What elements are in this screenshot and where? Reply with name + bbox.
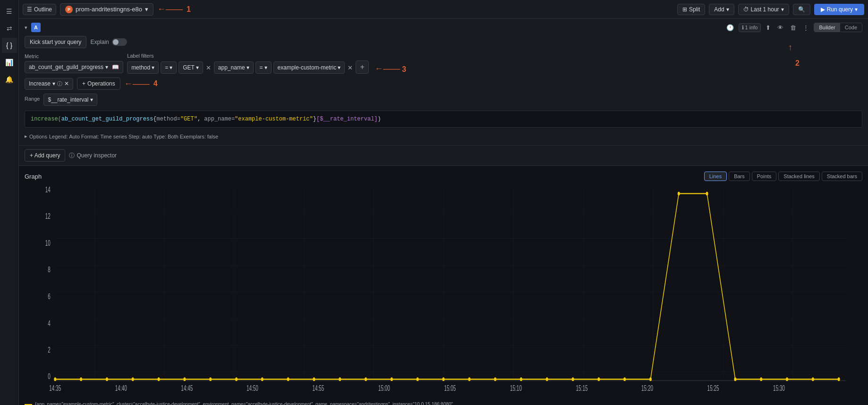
expr-range: [$__rate_interval] [316, 116, 378, 122]
svg-text:6: 6 [48, 292, 51, 301]
filter2-op[interactable]: = ▾ [255, 61, 272, 74]
range-selector[interactable]: $__rate_interval ▾ [43, 94, 97, 106]
split-label: Split [689, 6, 700, 13]
arrow-annotation-4: ←—— [124, 79, 150, 89]
sidebar-menu-icon[interactable]: ☰ [2, 4, 17, 19]
expr-comma-1: , [197, 116, 204, 122]
sidebar-alert-icon[interactable]: 🔔 [2, 72, 17, 87]
metric-chevron: ▾ [105, 64, 108, 70]
metric-selector[interactable]: ab_count_get_guild_progress ▾ 📖 [25, 61, 123, 73]
svg-text:4: 4 [48, 319, 51, 328]
sidebar-arrow-icon[interactable]: ⇄ [2, 21, 17, 36]
svg-text:14: 14 [45, 185, 51, 194]
collapse-button[interactable]: ▾ [25, 25, 27, 31]
options-label: Options [29, 134, 47, 139]
filter1-val-chevron: ▾ [196, 64, 199, 71]
graph-stacked-bars-button[interactable]: Stacked bars [822, 172, 862, 181]
explain-toggle[interactable] [112, 38, 127, 46]
zoom-button[interactable]: 🔍 [793, 4, 810, 15]
graph-area: Graph Lines Bars Points Stacked lines St… [19, 166, 868, 405]
legend-area: {app_name="example-custom-metric", clust… [25, 402, 862, 405]
outline-button[interactable]: ☰ Outline [23, 4, 56, 15]
filter2-remove-button[interactable]: ✕ [347, 63, 354, 72]
bottom-toolbar: + Add query ⓘ Query inspector [19, 146, 868, 166]
query-header: ▾ A ↑ 2 🕐 ℹ 1 info ⬆ 👁 🗑 ⋮ [25, 23, 862, 32]
filter1-key[interactable]: method ▾ [127, 61, 159, 74]
split-button[interactable]: ⊞ Split [677, 4, 705, 15]
svg-text:15:25: 15:25 [707, 384, 719, 393]
graph-svg: 14 12 10 8 6 4 2 0 14:35 14:40 14:45 14:… [25, 185, 862, 398]
filter2-val[interactable]: example-custom-metric ▾ [273, 61, 345, 74]
svg-text:14:55: 14:55 [312, 384, 324, 393]
graph-lines-button[interactable]: Lines [704, 172, 727, 181]
share-button[interactable]: ⬆ [764, 23, 773, 32]
add-button[interactable]: Add ▾ [709, 4, 734, 15]
operation-info-icon[interactable]: ⓘ [57, 80, 62, 87]
operation-remove[interactable]: ✕ [64, 80, 69, 87]
filter1-val[interactable]: GET ▾ [179, 61, 203, 74]
svg-text:8: 8 [48, 266, 51, 274]
range-value: $__rate_interval [48, 96, 88, 103]
filter-chip-2: app_name ▾ = ▾ example-custom-metric ▾ [214, 61, 354, 74]
svg-text:2: 2 [48, 346, 51, 354]
info-icon: ℹ [742, 25, 744, 31]
topbar: ☰ Outline P prom-andritestingns-e8o ▾ ←—… [19, 0, 868, 19]
add-label: Add [714, 6, 724, 13]
run-query-button[interactable]: ▶ Run query ▾ [814, 4, 864, 15]
graph-container: 14 12 10 8 6 4 2 0 14:35 14:40 14:45 14:… [25, 185, 862, 398]
expr-func: increase( [31, 116, 61, 122]
range-chevron: ▾ [90, 96, 93, 103]
expr-metric: ab_count_get_guild_progress [61, 116, 153, 122]
svg-text:15:00: 15:00 [378, 384, 390, 393]
graph-bars-button[interactable]: Bars [729, 172, 750, 181]
time-range-label: Last 1 hour [751, 6, 779, 13]
svg-text:15:30: 15:30 [773, 384, 785, 393]
arrow-annotation-3: ←—— [374, 64, 400, 74]
sidebar-chart-icon[interactable]: 📊 [2, 55, 17, 70]
filter2-key[interactable]: app_name ▾ [214, 61, 254, 74]
filter1-remove-button[interactable]: ✕ [205, 63, 212, 72]
filter1-key-chevron: ▾ [152, 64, 154, 71]
split-icon: ⊞ [682, 6, 687, 13]
query-expression: increase(ab_count_get_guild_progress{met… [25, 111, 862, 128]
filter2-op-label: = [260, 64, 263, 71]
metric-value: ab_count_get_guild_progress [29, 64, 103, 70]
operation-chevron[interactable]: ▾ [52, 80, 55, 87]
graph-type-buttons: Lines Bars Points Stacked lines Stacked … [704, 172, 862, 181]
query-inspector-button[interactable]: ⓘ Query inspector [69, 152, 117, 160]
graph-stacked-lines-button[interactable]: Stacked lines [778, 172, 819, 181]
expr-label-key-2: app_name= [204, 116, 235, 122]
legend-item-1: {app_name="example-custom-metric", clust… [25, 402, 862, 405]
code-button[interactable]: Code [840, 23, 862, 32]
filter2-val-chevron: ▾ [338, 64, 340, 71]
run-query-chevron: ▾ [855, 6, 858, 13]
sidebar-code-icon[interactable]: { } [2, 38, 17, 53]
metric-label: Metric [25, 53, 123, 59]
query-history-button[interactable]: 🕐 [724, 23, 736, 32]
datasource-selector[interactable]: P prom-andritestingns-e8o ▾ [60, 3, 153, 16]
add-operations-button[interactable]: + Operations [77, 78, 120, 90]
kick-start-button[interactable]: Kick start your query [25, 36, 86, 48]
filter1-op[interactable]: = ▾ [161, 61, 177, 74]
options-row[interactable]: Options Legend: Auto Format: Time series… [25, 131, 862, 141]
options-chevron [25, 133, 27, 139]
arrow-annotation-1: ←—— [157, 4, 183, 14]
more-button[interactable]: ⋮ [801, 23, 811, 32]
graph-points-button[interactable]: Points [752, 172, 777, 181]
builder-code-toggle: Builder Code [814, 23, 862, 32]
plus-icon: + [82, 80, 85, 87]
add-query-button[interactable]: + Add query [25, 149, 65, 162]
builder-button[interactable]: Builder [814, 23, 840, 32]
svg-text:15:10: 15:10 [510, 384, 522, 393]
query-header-right: 🕐 ℹ 1 info ⬆ 👁 🗑 ⋮ Builder Code [724, 23, 862, 32]
add-filter-button[interactable]: + [356, 60, 369, 74]
delete-button[interactable]: 🗑 [788, 23, 798, 32]
svg-text:15:20: 15:20 [641, 384, 653, 393]
query-header-left: ▾ A ↑ 2 [25, 23, 44, 32]
arrow-annotation-2: ↑ [788, 43, 792, 52]
hide-button[interactable]: 👁 [775, 23, 785, 32]
datasource-chevron: ▾ [145, 6, 148, 13]
main-content: ☰ Outline P prom-andritestingns-e8o ▾ ←—… [19, 0, 868, 405]
outline-icon: ☰ [27, 6, 32, 13]
time-range-button[interactable]: ⏱ Last 1 hour ▾ [738, 4, 789, 15]
